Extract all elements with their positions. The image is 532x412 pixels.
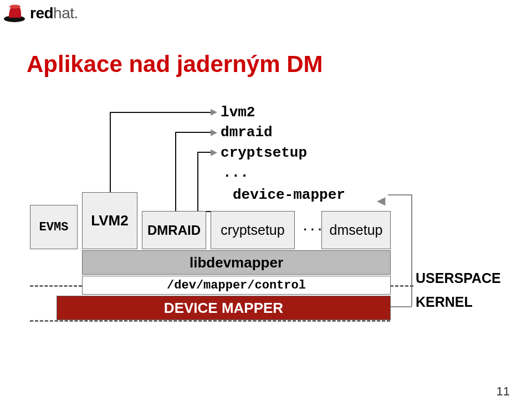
connector-line — [197, 152, 198, 211]
cmd-dmraid: ▶ dmraid — [211, 122, 307, 142]
cmd-lvm2-label: lvm2 — [221, 102, 255, 122]
label-kernel: KERNEL — [416, 290, 501, 314]
box-device-mapper: DEVICE MAPPER — [57, 296, 391, 320]
svg-point-1 — [9, 5, 21, 9]
box-evms: EVMS — [30, 205, 78, 249]
architecture-diagram: ▶ lvm2 ▶ dmraid ▶ cryptsetup ... device-… — [0, 97, 532, 363]
label-userspace: USERSPACE — [416, 266, 501, 290]
cmd-cryptsetup-label: cryptsetup — [221, 143, 307, 163]
box-cryptsetup: cryptsetup — [211, 211, 295, 249]
connector-line — [175, 132, 211, 133]
brand-light: hat. — [53, 4, 78, 22]
cmd-dmraid-label: dmraid — [221, 122, 273, 142]
triangle-right-icon: ▶ — [211, 125, 217, 141]
command-list: ▶ lvm2 ▶ dmraid ▶ cryptsetup ... — [211, 102, 307, 183]
box-dmraid: DMRAID — [142, 211, 206, 249]
box-row-dots: ... — [301, 220, 324, 234]
page-number: 11 — [497, 384, 510, 399]
box-dmsetup: dmsetup — [321, 211, 391, 249]
dashed-separator — [30, 285, 82, 287]
connector-line — [391, 306, 412, 307]
cmd-cryptsetup: ▶ cryptsetup — [211, 143, 307, 163]
connector-line — [110, 112, 211, 113]
box-dev-mapper-control: /dev/mapper/control — [82, 276, 391, 295]
page-title: Aplikace nad jaderným DM — [27, 51, 323, 78]
brand-text: redhat. — [30, 4, 78, 22]
connector-line — [388, 194, 411, 195]
dashed-separator — [390, 285, 413, 287]
connector-line — [411, 194, 412, 306]
brand-header: redhat. — [3, 3, 78, 23]
connector-line — [197, 152, 211, 153]
cmd-dots-label: ... — [223, 163, 249, 183]
cmd-lvm2: ▶ lvm2 — [211, 102, 307, 122]
cmd-dots: ... — [211, 163, 307, 183]
connector-line — [175, 132, 176, 211]
dashed-separator — [30, 320, 390, 322]
connector-line — [110, 112, 111, 192]
box-libdevmapper: libdevmapper — [82, 250, 391, 275]
triangle-right-icon: ▶ — [211, 145, 217, 161]
brand-bold: red — [30, 4, 53, 22]
cmd-device-mapper: device-mapper — [233, 187, 345, 203]
triangle-left-icon: ◀ — [377, 194, 385, 207]
triangle-right-icon: ▶ — [211, 105, 217, 120]
box-lvm2: LVM2 — [82, 192, 137, 249]
redhat-fedora-icon — [3, 3, 25, 23]
side-labels: USERSPACE KERNEL — [416, 266, 501, 313]
